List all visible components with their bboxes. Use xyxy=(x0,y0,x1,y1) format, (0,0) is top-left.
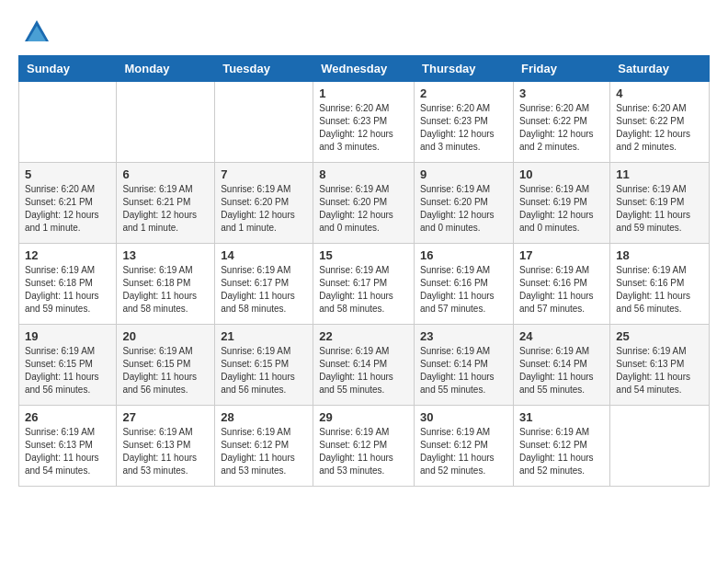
calendar-cell: 19Sunrise: 6:19 AM Sunset: 6:15 PM Dayli… xyxy=(19,325,117,406)
day-number: 30 xyxy=(420,410,507,424)
day-info: Sunrise: 6:19 AM Sunset: 6:20 PM Dayligh… xyxy=(221,183,307,235)
calendar-cell: 25Sunrise: 6:19 AM Sunset: 6:13 PM Dayli… xyxy=(610,325,710,406)
day-number: 7 xyxy=(221,167,307,181)
day-number: 2 xyxy=(420,86,507,100)
calendar-day-header: Sunday xyxy=(19,56,117,82)
calendar-cell: 28Sunrise: 6:19 AM Sunset: 6:12 PM Dayli… xyxy=(215,406,313,487)
day-info: Sunrise: 6:19 AM Sunset: 6:18 PM Dayligh… xyxy=(25,264,110,316)
day-number: 14 xyxy=(221,248,307,262)
calendar-cell: 27Sunrise: 6:19 AM Sunset: 6:13 PM Dayli… xyxy=(117,406,215,487)
day-info: Sunrise: 6:20 AM Sunset: 6:22 PM Dayligh… xyxy=(519,102,604,154)
day-info: Sunrise: 6:19 AM Sunset: 6:14 PM Dayligh… xyxy=(519,345,604,396)
calendar-cell xyxy=(610,406,710,487)
calendar-cell xyxy=(215,82,313,163)
day-number: 4 xyxy=(616,86,703,100)
day-number: 20 xyxy=(122,329,209,343)
day-number: 11 xyxy=(616,167,703,181)
calendar-cell: 5Sunrise: 6:20 AM Sunset: 6:21 PM Daylig… xyxy=(19,163,117,244)
calendar-cell: 26Sunrise: 6:19 AM Sunset: 6:13 PM Dayli… xyxy=(19,406,117,487)
calendar-cell: 29Sunrise: 6:19 AM Sunset: 6:12 PM Dayli… xyxy=(313,406,415,487)
day-info: Sunrise: 6:20 AM Sunset: 6:23 PM Dayligh… xyxy=(420,102,507,154)
day-number: 13 xyxy=(122,248,209,262)
day-number: 18 xyxy=(616,248,703,262)
day-number: 16 xyxy=(420,248,507,262)
calendar-week-row: 19Sunrise: 6:19 AM Sunset: 6:15 PM Dayli… xyxy=(19,325,710,406)
day-number: 9 xyxy=(420,167,507,181)
day-number: 21 xyxy=(221,329,307,343)
day-info: Sunrise: 6:19 AM Sunset: 6:20 PM Dayligh… xyxy=(420,183,507,235)
calendar-table: SundayMondayTuesdayWednesdayThursdayFrid… xyxy=(18,55,710,487)
day-number: 29 xyxy=(319,410,408,424)
day-info: Sunrise: 6:20 AM Sunset: 6:22 PM Dayligh… xyxy=(616,102,703,154)
day-info: Sunrise: 6:19 AM Sunset: 6:14 PM Dayligh… xyxy=(420,345,507,396)
calendar-cell xyxy=(19,82,117,163)
calendar-day-header: Monday xyxy=(117,56,215,82)
day-info: Sunrise: 6:19 AM Sunset: 6:17 PM Dayligh… xyxy=(319,264,408,316)
day-number: 23 xyxy=(420,329,507,343)
day-info: Sunrise: 6:19 AM Sunset: 6:17 PM Dayligh… xyxy=(221,264,307,316)
day-info: Sunrise: 6:19 AM Sunset: 6:14 PM Dayligh… xyxy=(319,345,408,396)
calendar-cell: 31Sunrise: 6:19 AM Sunset: 6:12 PM Dayli… xyxy=(513,406,609,487)
day-info: Sunrise: 6:19 AM Sunset: 6:15 PM Dayligh… xyxy=(122,345,209,396)
day-number: 8 xyxy=(319,167,408,181)
day-info: Sunrise: 6:19 AM Sunset: 6:15 PM Dayligh… xyxy=(221,345,307,396)
calendar-cell: 4Sunrise: 6:20 AM Sunset: 6:22 PM Daylig… xyxy=(610,82,710,163)
calendar-cell: 17Sunrise: 6:19 AM Sunset: 6:16 PM Dayli… xyxy=(513,244,609,325)
day-info: Sunrise: 6:19 AM Sunset: 6:13 PM Dayligh… xyxy=(122,426,209,477)
day-number: 5 xyxy=(25,167,110,181)
day-info: Sunrise: 6:19 AM Sunset: 6:19 PM Dayligh… xyxy=(519,183,604,235)
day-info: Sunrise: 6:19 AM Sunset: 6:15 PM Dayligh… xyxy=(25,345,110,396)
day-info: Sunrise: 6:19 AM Sunset: 6:16 PM Dayligh… xyxy=(420,264,507,316)
day-info: Sunrise: 6:19 AM Sunset: 6:12 PM Dayligh… xyxy=(420,426,507,477)
calendar-cell: 30Sunrise: 6:19 AM Sunset: 6:12 PM Dayli… xyxy=(415,406,514,487)
day-info: Sunrise: 6:19 AM Sunset: 6:13 PM Dayligh… xyxy=(25,426,110,477)
day-number: 22 xyxy=(319,329,408,343)
calendar-cell: 20Sunrise: 6:19 AM Sunset: 6:15 PM Dayli… xyxy=(117,325,215,406)
calendar-cell: 11Sunrise: 6:19 AM Sunset: 6:19 PM Dayli… xyxy=(610,163,710,244)
calendar-cell xyxy=(117,82,215,163)
day-info: Sunrise: 6:19 AM Sunset: 6:16 PM Dayligh… xyxy=(519,264,604,316)
day-info: Sunrise: 6:19 AM Sunset: 6:20 PM Dayligh… xyxy=(319,183,408,235)
day-info: Sunrise: 6:19 AM Sunset: 6:19 PM Dayligh… xyxy=(616,183,703,235)
calendar-day-header: Friday xyxy=(513,56,609,82)
calendar-cell: 3Sunrise: 6:20 AM Sunset: 6:22 PM Daylig… xyxy=(513,82,609,163)
calendar-cell: 22Sunrise: 6:19 AM Sunset: 6:14 PM Dayli… xyxy=(313,325,415,406)
day-info: Sunrise: 6:19 AM Sunset: 6:12 PM Dayligh… xyxy=(221,426,307,477)
calendar-day-header: Tuesday xyxy=(215,56,313,82)
logo-icon xyxy=(23,18,51,46)
calendar-day-header: Saturday xyxy=(610,56,710,82)
calendar-day-header: Thursday xyxy=(415,56,514,82)
calendar-cell: 2Sunrise: 6:20 AM Sunset: 6:23 PM Daylig… xyxy=(415,82,514,163)
calendar-cell: 9Sunrise: 6:19 AM Sunset: 6:20 PM Daylig… xyxy=(415,163,514,244)
day-number: 26 xyxy=(25,410,110,424)
day-info: Sunrise: 6:19 AM Sunset: 6:16 PM Dayligh… xyxy=(616,264,703,316)
day-info: Sunrise: 6:20 AM Sunset: 6:23 PM Dayligh… xyxy=(319,102,408,154)
calendar-cell: 15Sunrise: 6:19 AM Sunset: 6:17 PM Dayli… xyxy=(313,244,415,325)
day-number: 10 xyxy=(519,167,604,181)
day-number: 12 xyxy=(25,248,110,262)
day-number: 27 xyxy=(122,410,209,424)
calendar-cell: 16Sunrise: 6:19 AM Sunset: 6:16 PM Dayli… xyxy=(415,244,514,325)
calendar-cell: 6Sunrise: 6:19 AM Sunset: 6:21 PM Daylig… xyxy=(117,163,215,244)
day-info: Sunrise: 6:19 AM Sunset: 6:12 PM Dayligh… xyxy=(319,426,408,477)
calendar-week-row: 12Sunrise: 6:19 AM Sunset: 6:18 PM Dayli… xyxy=(19,244,710,325)
day-info: Sunrise: 6:20 AM Sunset: 6:21 PM Dayligh… xyxy=(25,183,110,235)
calendar-week-row: 1Sunrise: 6:20 AM Sunset: 6:23 PM Daylig… xyxy=(19,82,710,163)
day-number: 31 xyxy=(519,410,604,424)
day-number: 1 xyxy=(319,86,408,100)
day-info: Sunrise: 6:19 AM Sunset: 6:13 PM Dayligh… xyxy=(616,345,703,396)
calendar-cell: 1Sunrise: 6:20 AM Sunset: 6:23 PM Daylig… xyxy=(313,82,415,163)
day-info: Sunrise: 6:19 AM Sunset: 6:12 PM Dayligh… xyxy=(519,426,604,477)
logo xyxy=(18,18,51,46)
day-number: 17 xyxy=(519,248,604,262)
day-info: Sunrise: 6:19 AM Sunset: 6:21 PM Dayligh… xyxy=(122,183,209,235)
calendar-header-row: SundayMondayTuesdayWednesdayThursdayFrid… xyxy=(19,56,710,82)
calendar-cell: 12Sunrise: 6:19 AM Sunset: 6:18 PM Dayli… xyxy=(19,244,117,325)
calendar-cell: 23Sunrise: 6:19 AM Sunset: 6:14 PM Dayli… xyxy=(415,325,514,406)
calendar-cell: 13Sunrise: 6:19 AM Sunset: 6:18 PM Dayli… xyxy=(117,244,215,325)
day-number: 3 xyxy=(519,86,604,100)
day-info: Sunrise: 6:19 AM Sunset: 6:18 PM Dayligh… xyxy=(122,264,209,316)
day-number: 28 xyxy=(221,410,307,424)
calendar-cell: 18Sunrise: 6:19 AM Sunset: 6:16 PM Dayli… xyxy=(610,244,710,325)
calendar-cell: 24Sunrise: 6:19 AM Sunset: 6:14 PM Dayli… xyxy=(513,325,609,406)
